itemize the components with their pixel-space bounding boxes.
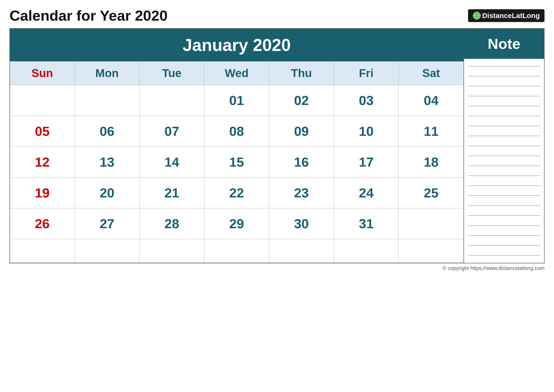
note-line-20 — [468, 255, 540, 255]
cal-cell-06: 06 — [75, 116, 140, 147]
note-line-13 — [468, 186, 540, 186]
cal-cell-w1-sun — [10, 85, 75, 116]
day-header-mon: Mon — [75, 61, 140, 85]
cal-cell-21: 21 — [139, 177, 204, 208]
cal-cell-29: 29 — [204, 208, 269, 239]
cal-cell-08: 08 — [204, 116, 269, 147]
footer-copyright: © copyright https://www.distancelatlong.… — [9, 265, 545, 271]
cal-cell-26: 26 — [10, 208, 75, 239]
cal-cell-05: 05 — [10, 116, 75, 147]
note-line-14 — [468, 196, 540, 196]
day-header-sun: Sun — [10, 61, 75, 85]
logo-box: DistanceLatLong — [468, 9, 545, 22]
page-title: Calendar for Year 2020 — [9, 7, 167, 24]
cal-cell-22: 22 — [204, 177, 269, 208]
cal-cell-09: 09 — [269, 116, 334, 147]
note-line-9 — [468, 146, 540, 146]
day-header-tue: Tue — [139, 61, 204, 85]
cal-cell-04: 04 — [399, 85, 464, 116]
cal-cell-13: 13 — [75, 147, 140, 177]
cal-cell-31: 31 — [334, 208, 399, 239]
cal-cell-18: 18 — [399, 147, 464, 177]
cal-cell-19: 19 — [10, 177, 75, 208]
cal-cell-17: 17 — [334, 147, 399, 177]
cal-cell-28: 28 — [139, 208, 204, 239]
cal-cell-24: 24 — [334, 177, 399, 208]
cal-cell-w5-sat — [399, 208, 464, 239]
note-line-17 — [468, 225, 540, 226]
day-header-fri: Fri — [334, 61, 399, 85]
note-line-18 — [468, 235, 540, 236]
main-layout: January 2020 Sun Mon Tue Wed Thu Fri Sat… — [9, 28, 545, 263]
cal-cell-23: 23 — [269, 177, 334, 208]
note-line-12 — [468, 176, 540, 176]
cal-cell-27: 27 — [75, 208, 140, 239]
globe-icon — [473, 12, 481, 20]
cal-cell-w1-mon — [75, 85, 140, 116]
cal-cell-w6-2 — [75, 239, 140, 263]
note-line-11 — [468, 166, 540, 166]
day-headers: Sun Mon Tue Wed Thu Fri Sat — [10, 61, 464, 85]
day-header-sat: Sat — [399, 61, 464, 85]
logo-text: DistanceLatLong — [482, 12, 540, 20]
cal-cell-w6-6 — [334, 239, 399, 263]
cal-cell-25: 25 — [399, 177, 464, 208]
cal-cell-14: 14 — [139, 147, 204, 177]
note-line-2 — [468, 76, 540, 76]
cal-cell-12: 12 — [10, 147, 75, 177]
month-header: January 2020 — [10, 29, 464, 61]
cal-cell-20: 20 — [75, 177, 140, 208]
note-line-6 — [468, 116, 540, 116]
note-header: Note — [464, 29, 544, 59]
cal-cell-w1-tue — [139, 85, 204, 116]
note-section: Note — [464, 29, 544, 263]
cal-cell-w6-5 — [269, 239, 334, 263]
cal-cell-w6-7 — [399, 239, 464, 263]
cal-cell-w6-3 — [139, 239, 204, 263]
cal-cell-11: 11 — [399, 116, 464, 147]
day-header-wed: Wed — [204, 61, 269, 85]
note-line-15 — [468, 205, 540, 206]
cal-cell-03: 03 — [334, 85, 399, 116]
cal-cell-01: 01 — [204, 85, 269, 116]
note-line-8 — [468, 136, 540, 136]
calendar-grid: 01 02 03 04 05 06 07 08 09 10 11 12 13 1… — [10, 85, 464, 263]
cal-cell-w6-1 — [10, 239, 75, 263]
note-line-3 — [468, 86, 540, 86]
cal-cell-07: 07 — [139, 116, 204, 147]
cal-cell-15: 15 — [204, 147, 269, 177]
cal-cell-30: 30 — [269, 208, 334, 239]
day-header-thu: Thu — [269, 61, 334, 85]
cal-cell-10: 10 — [334, 116, 399, 147]
cal-cell-02: 02 — [269, 85, 334, 116]
cal-cell-w6-4 — [204, 239, 269, 263]
note-line-10 — [468, 156, 540, 156]
note-line-5 — [468, 106, 540, 106]
note-line-19 — [468, 245, 540, 245]
note-line-4 — [468, 96, 540, 96]
note-lines — [464, 59, 544, 263]
cal-cell-16: 16 — [269, 147, 334, 177]
page-header: Calendar for Year 2020 DistanceLatLong — [9, 7, 545, 24]
note-line-7 — [468, 126, 540, 126]
calendar-section: January 2020 Sun Mon Tue Wed Thu Fri Sat… — [10, 29, 464, 263]
note-line-1 — [468, 66, 540, 66]
